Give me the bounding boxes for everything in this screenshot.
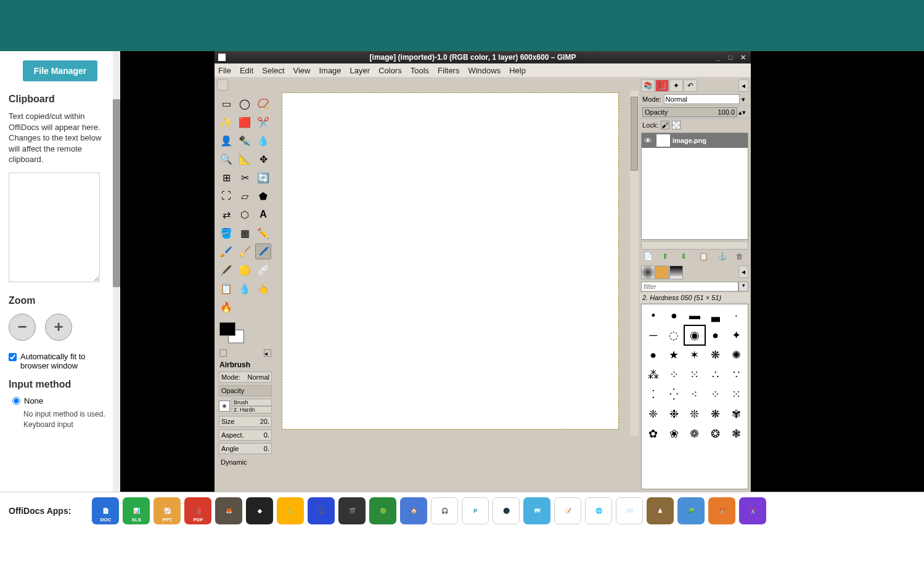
menu-edit[interactable]: Edit [240,66,253,75]
app-inkscape-icon[interactable]: ◆ [246,497,273,524]
menu-view[interactable]: View [293,66,311,75]
app-headphones-icon[interactable]: 🎧 [431,497,458,524]
app-mail-icon[interactable]: ✉️ [616,497,643,524]
maximize-button[interactable]: □ [726,54,735,61]
brush-cell[interactable]: • [644,306,663,325]
gimp-canvas[interactable] [282,93,618,429]
ink-tool-icon[interactable]: 🖋️ [218,262,234,278]
measure-tool-icon[interactable]: 📐 [237,151,253,167]
heal-tool-icon[interactable]: 🩹 [255,262,271,278]
blur-tool-icon[interactable]: 💧 [237,280,253,296]
brush-panel-menu-icon[interactable]: ◂ [738,266,748,278]
brush-cell[interactable]: ❋ [706,346,726,364]
perspective-clone-tool-icon[interactable]: 📋 [218,280,234,296]
blend-tool-icon[interactable]: ▦ [237,225,253,241]
brush-cell[interactable]: ❃ [726,425,746,443]
cage-tool-icon[interactable]: ⬡ [237,206,253,222]
paths-tab-icon[interactable]: ✦ [669,79,683,92]
app-puzzle-icon[interactable]: 🧩 [677,497,705,524]
brush-cell[interactable]: ✦ [726,326,746,344]
layer-visibility-icon[interactable]: 👁 [642,136,654,145]
brush-cell[interactable]: ⁙ [726,385,746,404]
menu-help[interactable]: Help [509,66,526,75]
brush-cell[interactable]: ❊ [685,405,705,423]
layers-tab-icon[interactable]: 📚 [641,79,655,92]
input-none-radio[interactable] [12,397,20,405]
tool-brush-row[interactable]: Brush 2. Hardn [219,399,272,413]
app-ppt-icon[interactable]: 📈PPT [153,497,181,524]
brush-cell[interactable]: ⁂ [644,365,663,384]
brush-cell[interactable]: ❉ [664,405,684,423]
zoom-out-button[interactable]: − [9,314,36,341]
layer-mode-row[interactable]: Mode: Normal ▾ [640,93,750,106]
tool-aspect-row[interactable]: Aspect. 0. [219,430,272,441]
app-gimp-icon[interactable]: 🦊 [215,497,242,524]
crop-tool-icon[interactable]: ✂ [237,169,253,185]
app-chess-icon[interactable]: ♟ [647,497,674,524]
gradients-tab-icon[interactable] [669,266,683,279]
menu-file[interactable]: File [218,66,231,75]
brush-cell[interactable]: ▬ [685,306,705,325]
pencil-tool-icon[interactable]: ✏️ [255,225,271,241]
undo-tab-icon[interactable]: ↶ [684,79,697,92]
menu-windows[interactable]: Windows [468,66,501,75]
brush-filter-input[interactable] [641,282,738,291]
foreground-color-swatch[interactable] [219,322,235,336]
app-map-icon[interactable]: 🗺 [523,497,550,524]
brush-cell[interactable]: ● [664,306,684,325]
brush-cell[interactable]: ★ [664,346,684,364]
brush-cell[interactable]: ⁘ [664,365,684,384]
free-select-tool-icon[interactable]: 📿 [255,96,271,112]
tool-size-row[interactable]: Size 20. [219,416,272,427]
close-button[interactable]: ✕ [738,54,747,61]
tool-dynamic-row[interactable]: Dynamic [219,457,272,468]
zoom-in-button[interactable]: + [45,314,72,341]
auto-fit-checkbox[interactable] [9,353,17,361]
raise-layer-icon[interactable]: ⬆ [662,252,672,262]
sidebar-scrollbar-thumb[interactable] [113,99,120,287]
app-yellow-icon[interactable]: 🐍 [277,497,304,524]
flip-tool-icon[interactable]: ⇄ [218,206,234,222]
file-manager-button[interactable]: File Manager [23,60,98,81]
layer-list-hscroll[interactable] [641,241,748,250]
bucket-fill-tool-icon[interactable]: 🪣 [218,225,234,241]
brush-cell[interactable]: ❁ [685,425,705,443]
rotate-tool-icon[interactable]: 🔄 [255,169,271,185]
paths-tool-icon[interactable]: ✒️ [237,132,253,149]
text-tool-icon[interactable]: A [255,206,271,222]
brush-cell[interactable]: ⁙ [685,365,705,384]
lock-alpha-icon[interactable] [672,121,681,129]
zoom-tool-icon[interactable]: 🔍 [218,151,234,167]
tool-options-tab-icon[interactable] [219,349,227,357]
toolbox-tab[interactable] [217,79,228,91]
panel-menu-icon[interactable]: ◂ [738,79,748,92]
menu-image[interactable]: Image [319,66,341,75]
airbrush-tool-icon[interactable]: 🖊️ [255,243,271,259]
paintbrush-tool-icon[interactable]: 🖌️ [218,243,234,259]
dropdown-icon[interactable]: ▾ [740,96,747,104]
brush-cell[interactable]: ❀ [664,425,684,443]
app-sweethome-icon[interactable]: 🏠 [400,497,427,524]
app-xls-icon[interactable]: 📊XLS [123,497,150,524]
tool-mode-row[interactable]: Mode: Normal [219,372,272,383]
app-lmms-icon[interactable]: 🟢 [369,497,396,524]
brush-cell[interactable]: ❂ [706,425,726,443]
brush-cell[interactable]: ✿ [644,425,663,443]
brush-thumbnail-icon[interactable] [219,401,230,412]
ellipse-select-tool-icon[interactable]: ◯ [237,96,253,112]
app-text-icon[interactable]: 📝 [554,497,581,524]
patterns-tab-icon[interactable] [655,266,669,279]
app-pdf-icon[interactable]: 📕PDF [184,497,211,524]
brush-cell[interactable]: ─ [644,326,663,344]
sidebar-scrollbar[interactable] [113,51,120,492]
anchor-layer-icon[interactable]: ⚓ [718,252,727,262]
brush-cell[interactable]: ❋ [706,405,726,423]
foreground-select-tool-icon[interactable]: 👤 [218,132,234,149]
delete-layer-icon[interactable]: 🗑 [736,252,746,262]
brush-cell[interactable]: · [726,306,746,325]
menu-select[interactable]: Select [262,66,284,75]
eraser-tool-icon[interactable]: 🧹 [237,243,253,259]
menu-layer[interactable]: Layer [350,66,370,75]
opacity-spinner-icon[interactable]: ▴▾ [737,108,747,116]
channels-tab-icon[interactable]: 📕 [655,79,669,92]
